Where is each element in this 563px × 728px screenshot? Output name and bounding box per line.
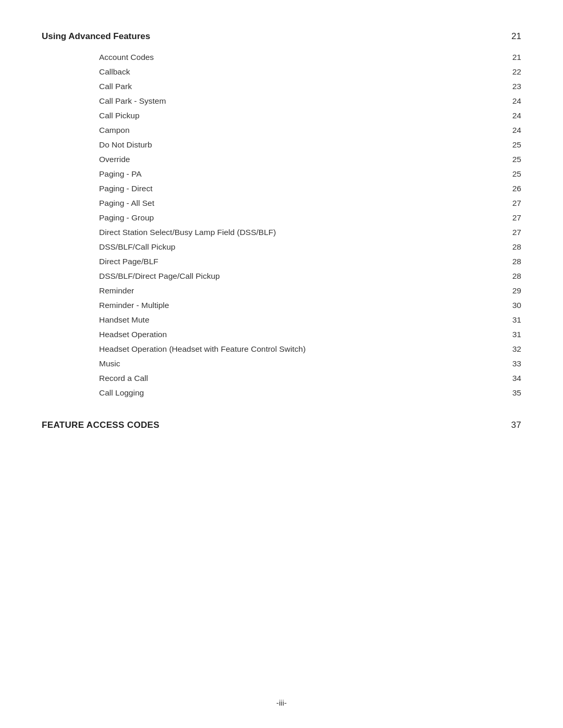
toc-item-label: Call Pickup	[99, 109, 500, 122]
toc-item: Record a Call 34	[99, 372, 521, 385]
toc-item: Campon 24	[99, 124, 521, 137]
toc-item-label: Callback	[99, 66, 500, 78]
toc-item: Music 33	[99, 357, 521, 370]
toc-item-page: 25	[500, 168, 521, 180]
toc-item: Call Logging 35	[99, 387, 521, 399]
toc-item-page: 31	[500, 328, 521, 341]
toc-item-label: Direct Station Select/Busy Lamp Field (D…	[99, 226, 500, 239]
toc-item-page: 22	[500, 66, 521, 78]
toc-item-label: Headset Operation (Headset with Feature …	[99, 343, 500, 355]
page: Using Advanced Features 21 Account Codes…	[0, 0, 563, 728]
toc-item-page: 24	[500, 95, 521, 107]
toc-item-label: Call Park - System	[99, 95, 500, 107]
page-number: -iii-	[276, 698, 287, 707]
toc-item-label: Reminder - Multiple	[99, 299, 500, 312]
toc-items-list: Account Codes 21 Callback 22 Call Park 2…	[42, 51, 521, 399]
toc-section-plain-heading: FEATURE ACCESS CODES 37	[42, 420, 521, 430]
toc-item-label: Paging - Direct	[99, 182, 500, 195]
page-footer: -iii-	[0, 698, 563, 707]
toc-item-label: Record a Call	[99, 372, 500, 385]
toc-item-label: Music	[99, 357, 500, 370]
toc-item-label: Call Logging	[99, 387, 500, 399]
toc-item-page: 23	[500, 80, 521, 93]
toc-item: Call Pickup 24	[99, 109, 521, 122]
toc-item-page: 30	[500, 299, 521, 312]
toc-section-plain-page: 37	[500, 420, 521, 430]
toc-section-feature-access-codes: FEATURE ACCESS CODES 37	[42, 420, 521, 430]
toc-item-label: Reminder	[99, 285, 500, 297]
toc-item-page: 34	[500, 372, 521, 385]
toc-item: Handset Mute 31	[99, 314, 521, 326]
toc-item: Headset Operation 31	[99, 328, 521, 341]
toc-item-page: 29	[500, 285, 521, 297]
toc-item: Reminder - Multiple 30	[99, 299, 521, 312]
toc-item: Paging - All Set 27	[99, 197, 521, 209]
toc-item-page: 27	[500, 226, 521, 239]
toc-item: Call Park 23	[99, 80, 521, 93]
toc-item-label: Override	[99, 153, 500, 166]
toc-item: Account Codes 21	[99, 51, 521, 64]
toc-item: Paging - Direct 26	[99, 182, 521, 195]
toc-item-label: Direct Page/BLF	[99, 255, 500, 268]
toc-item-page: 27	[500, 197, 521, 209]
toc-item-page: 28	[500, 255, 521, 268]
toc-item: Call Park - System 24	[99, 95, 521, 107]
toc-item: Do Not Disturb 25	[99, 139, 521, 151]
toc-item-label: Campon	[99, 124, 500, 137]
toc-item-label: Handset Mute	[99, 314, 500, 326]
toc-item: Headset Operation (Headset with Feature …	[99, 343, 521, 355]
toc-item-page: 31	[500, 314, 521, 326]
toc-item: Direct Page/BLF 28	[99, 255, 521, 268]
toc-item: Callback 22	[99, 66, 521, 78]
toc-item-page: 28	[500, 270, 521, 282]
toc-item-page: 32	[500, 343, 521, 355]
toc-item-page: 28	[500, 241, 521, 253]
toc-section-using-advanced-features: Using Advanced Features 21 Account Codes…	[42, 31, 521, 399]
toc-section-heading-page: 21	[500, 31, 521, 42]
toc-section-plain-label: FEATURE ACCESS CODES	[42, 420, 160, 430]
toc-item: Reminder 29	[99, 285, 521, 297]
toc-item-page: 26	[500, 182, 521, 195]
toc-item-label: Paging - Group	[99, 212, 500, 224]
toc-item-label: Paging - All Set	[99, 197, 500, 209]
toc-item: DSS/BLF/Call Pickup 28	[99, 241, 521, 253]
toc-item-label: Account Codes	[99, 51, 500, 64]
toc-item-page: 24	[500, 109, 521, 122]
toc-item: DSS/BLF/Direct Page/Call Pickup 28	[99, 270, 521, 282]
toc-item: Override 25	[99, 153, 521, 166]
toc-item: Paging - PA 25	[99, 168, 521, 180]
toc-item-page: 25	[500, 153, 521, 166]
toc-item-label: DSS/BLF/Call Pickup	[99, 241, 500, 253]
toc-item-page: 21	[500, 51, 521, 64]
toc-item: Paging - Group 27	[99, 212, 521, 224]
toc-item-label: Headset Operation	[99, 328, 500, 341]
toc-section-heading: Using Advanced Features 21	[42, 31, 521, 42]
toc-item-page: 33	[500, 357, 521, 370]
toc-item-label: Call Park	[99, 80, 500, 93]
toc-item-label: Paging - PA	[99, 168, 500, 180]
toc-item-label: DSS/BLF/Direct Page/Call Pickup	[99, 270, 500, 282]
toc-item-page: 24	[500, 124, 521, 137]
toc-item-label: Do Not Disturb	[99, 139, 500, 151]
toc-item-page: 35	[500, 387, 521, 399]
toc-item: Direct Station Select/Busy Lamp Field (D…	[99, 226, 521, 239]
toc-section-heading-label: Using Advanced Features	[42, 31, 150, 42]
toc-item-page: 27	[500, 212, 521, 224]
toc-item-page: 25	[500, 139, 521, 151]
